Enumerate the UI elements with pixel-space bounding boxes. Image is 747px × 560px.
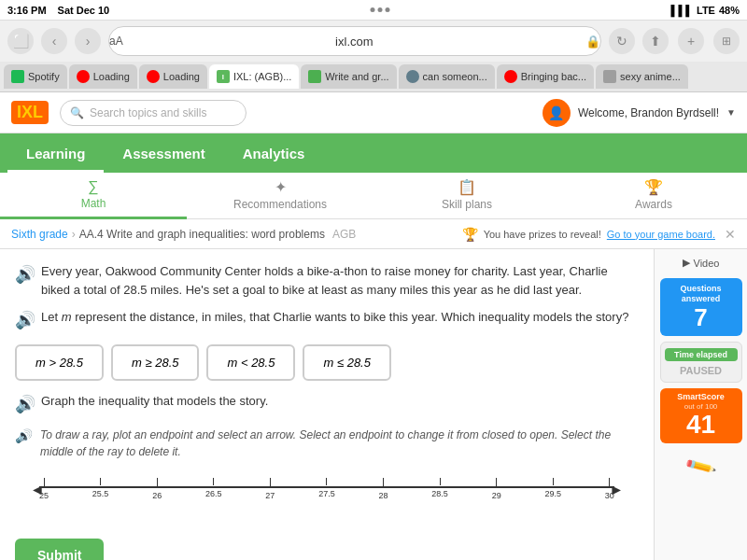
new-tab-button[interactable]: +	[678, 28, 704, 54]
paragraph1: 🔊 Every year, Oakwood Community Center h…	[15, 262, 639, 299]
tick-28-5[interactable]: 28.5	[431, 478, 448, 503]
instruction-text: Graph the inequality that models the sto…	[41, 392, 639, 411]
tab-sexy[interactable]: sexy anime...	[596, 64, 688, 89]
choice-btn-3[interactable]: m < 28.5	[206, 344, 295, 381]
tick-25-5[interactable]: 25.5	[92, 478, 109, 503]
hint-content: To draw a ray, plot an endpoint and sele…	[40, 427, 639, 460]
tick-28[interactable]: 28	[379, 478, 388, 503]
browser-chrome: ⬜ ‹ › aA ixl.com 🔒 ↻ ⬆ + ⊞ Spotify Loadi…	[0, 21, 747, 92]
tick-29-5[interactable]: 29.5	[545, 478, 562, 503]
breadcrumb-sep1: ›	[72, 228, 76, 241]
share-button[interactable]: ⬆	[642, 28, 669, 54]
video-button[interactable]: ▶ Video	[683, 257, 720, 269]
welcome-text: Welcome, Brandon Byrdsell!	[578, 106, 719, 119]
smart-score-value: 41	[664, 411, 739, 440]
nav-tab-assessment[interactable]: Assessment	[104, 137, 223, 173]
paused-label: PAUSED	[665, 365, 738, 376]
tab-sexy-label: sexy anime...	[620, 71, 681, 82]
time-elapsed-label: Time elapsed	[665, 348, 738, 361]
main-content: 🔊 Every year, Oakwood Community Center h…	[0, 249, 747, 560]
status-date: Sat Dec 10	[58, 5, 110, 16]
browser-tabs: Spotify Loading Loading I IXL: (AGB)... …	[0, 62, 747, 91]
choice-btn-1[interactable]: m > 28.5	[15, 344, 104, 381]
tick-27-5[interactable]: 27.5	[318, 478, 335, 503]
variable-m: m	[62, 310, 72, 324]
subject-tab-recommendations[interactable]: ✦ Recommendations	[187, 173, 374, 219]
tab-write[interactable]: Write and gr...	[301, 64, 396, 89]
paragraph1-text: Every year, Oakwood Community Center hol…	[41, 262, 639, 299]
choice-btn-4[interactable]: m ≤ 28.5	[303, 344, 391, 381]
address-bar[interactable]: aA ixl.com 🔒	[108, 26, 601, 56]
signal-icon: ▌▌▌	[671, 5, 693, 16]
sound-btn-1[interactable]: 🔊	[15, 262, 35, 287]
nav-tab-learning[interactable]: Learning	[7, 137, 104, 173]
paragraph2: 🔊 Let m represent the distance, in miles…	[15, 308, 639, 333]
back-button[interactable]: ‹	[41, 28, 67, 54]
questions-answered-box: Questionsanswered 7	[660, 278, 742, 336]
tab-loading2[interactable]: Loading	[139, 64, 207, 89]
tab-spotify-label: Spotify	[28, 71, 60, 82]
sound-btn-4[interactable]: 🔊	[15, 427, 31, 446]
tab-bringing-label: Bringing bac...	[521, 71, 586, 82]
tick-27[interactable]: 27	[265, 478, 275, 503]
subject-tab-awards[interactable]: 🏆 Awards	[560, 173, 747, 219]
close-banner-button[interactable]: ✕	[725, 227, 736, 242]
url-text: ixl.com	[129, 35, 580, 49]
aa-label: aA	[109, 35, 123, 48]
expand-button[interactable]: ⬜	[7, 28, 34, 54]
tabs-button[interactable]: ⊞	[713, 28, 740, 54]
user-dropdown-arrow[interactable]: ▼	[726, 107, 736, 118]
tick-29[interactable]: 29	[492, 478, 501, 503]
reload-button[interactable]: ↻	[609, 28, 635, 54]
choice-3-text: m < 28.5	[227, 356, 275, 370]
tab-can[interactable]: can someon...	[399, 64, 495, 89]
tick-26-5[interactable]: 26.5	[205, 478, 222, 503]
question-area: 🔊 Every year, Oakwood Community Center h…	[0, 249, 654, 560]
pencil-decoration: ✏️	[688, 449, 713, 479]
number-line[interactable]: ◄ ► 25 25.5 26 26.5 27 27.5 28 28.5 29 2…	[30, 469, 624, 516]
prize-link[interactable]: Go to your game board.	[607, 229, 715, 240]
video-label: Video	[694, 258, 720, 269]
nl-ticks: 25 25.5 26 26.5 27 27.5 28 28.5 29 29.5 …	[39, 478, 614, 503]
tab-ixl[interactable]: I IXL: (AGB)...	[209, 64, 299, 89]
lte-label: LTE	[697, 5, 715, 16]
choice-btn-2[interactable]: m ≥ 28.5	[111, 344, 200, 381]
submit-button[interactable]: Submit	[15, 539, 104, 560]
tab-spotify[interactable]: Spotify	[4, 64, 67, 89]
sound-btn-2[interactable]: 🔊	[15, 308, 35, 333]
tab-bringing[interactable]: Bringing bac...	[497, 64, 594, 89]
number-line-container[interactable]: ◄ ► 25 25.5 26 26.5 27 27.5 28 28.5 29 2…	[15, 469, 639, 516]
skillplans-label: Skill plans	[442, 198, 492, 211]
subject-tab-skillplans[interactable]: 📋 Skill plans	[374, 173, 560, 219]
hint-text: 🔊 To draw a ray, plot an endpoint and se…	[15, 427, 639, 460]
status-time: 3:16 PM	[7, 5, 47, 16]
tick-25[interactable]: 25	[39, 478, 49, 503]
search-box[interactable]: 🔍 Search topics and skills	[60, 100, 247, 126]
awards-label: Awards	[635, 198, 672, 211]
tab-loading1-label: Loading	[93, 71, 130, 82]
recommendations-icon: ✦	[275, 178, 287, 196]
awards-icon: 🏆	[644, 178, 663, 196]
write-favicon	[308, 70, 321, 83]
breadcrumb-skill: AA.4 Write and graph inequalities: word …	[79, 228, 325, 241]
subject-tab-math[interactable]: ∑ Math	[0, 173, 187, 219]
choice-1-text: m > 28.5	[35, 356, 83, 370]
dot3	[386, 7, 390, 12]
window-controls: ⬜	[7, 28, 34, 54]
breadcrumb: Sixth grade › AA.4 Write and graph inequ…	[0, 219, 747, 249]
nav-analytics-label: Analytics	[243, 146, 305, 161]
time-elapsed-box: Time elapsed PAUSED	[660, 342, 742, 383]
breadcrumb-badge: AGB	[332, 228, 356, 241]
nav-tab-analytics[interactable]: Analytics	[224, 137, 324, 173]
sound-btn-3[interactable]: 🔊	[15, 392, 35, 417]
smart-score-box: SmartScore out of 100 41	[660, 388, 742, 443]
dot1	[371, 7, 375, 12]
tick-30[interactable]: 30	[605, 478, 614, 503]
tab-loading1[interactable]: Loading	[69, 64, 137, 89]
ixl-logo[interactable]: IXL	[11, 101, 49, 124]
status-left: 3:16 PM Sat Dec 10	[7, 5, 109, 16]
tick-26[interactable]: 26	[152, 478, 162, 503]
breadcrumb-grade[interactable]: Sixth grade	[11, 228, 68, 241]
yt-favicon1	[77, 70, 90, 83]
forward-button[interactable]: ›	[75, 28, 101, 54]
